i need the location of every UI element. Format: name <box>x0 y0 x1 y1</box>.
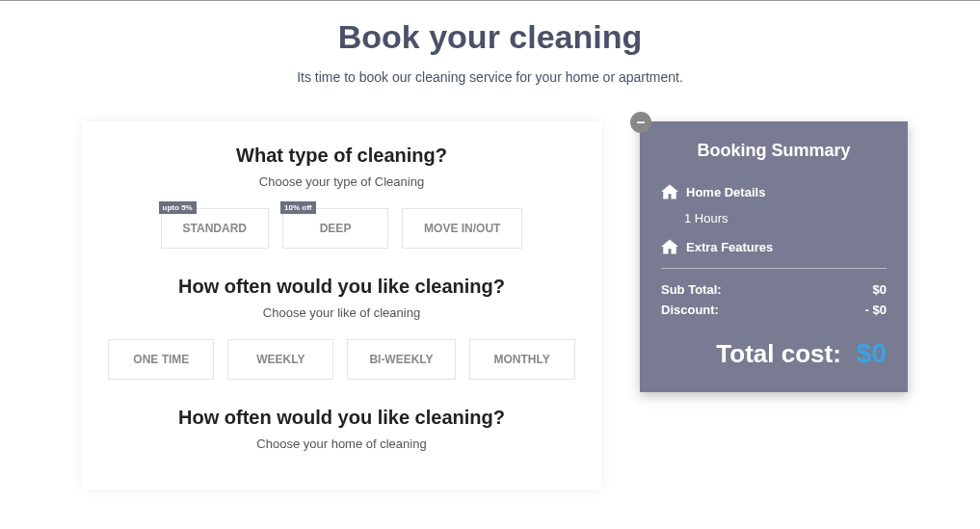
option-label: BI-WEEKLY <box>369 353 433 366</box>
page-subtitle: Its time to book our cleaning service fo… <box>0 69 980 85</box>
home-details-line: Home Details <box>661 184 887 199</box>
summary-toggle[interactable]: – <box>630 112 651 133</box>
section-heading: How often would you like cleaning? <box>101 276 582 298</box>
form-column: What type of cleaning? Choose your type … <box>82 121 601 489</box>
section-frequency: How often would you like cleaning? Choos… <box>101 276 582 380</box>
section-home: How often would you like cleaning? Choos… <box>101 407 582 451</box>
option-weekly[interactable]: WEEKLY <box>227 339 333 380</box>
option-biweekly[interactable]: BI-WEEKLY <box>347 339 455 380</box>
summary-divider <box>661 268 887 269</box>
option-label: STANDARD <box>183 222 247 235</box>
option-monthly[interactable]: MONTHLY <box>469 339 575 380</box>
extra-features-label: Extra Features <box>686 240 773 254</box>
home-details-label: Home Details <box>686 185 765 199</box>
section-sub: Choose your like of cleaning <box>101 305 582 320</box>
extra-features-line: Extra Features <box>661 239 887 254</box>
home-icon <box>661 184 678 199</box>
total-row: Total cost: $0 <box>661 338 887 369</box>
option-one-time[interactable]: ONE TIME <box>108 339 214 380</box>
section-sub: Choose your type of Cleaning <box>101 174 582 189</box>
badge-standard: upto 5% <box>159 201 197 214</box>
discount-label: Discount: <box>661 303 719 317</box>
subtotal-row: Sub Total: $0 <box>661 282 887 297</box>
option-row-type: upto 5% STANDARD 10% off DEEP MOVE IN/OU… <box>101 208 582 249</box>
booking-summary: Booking Summary Home Details 1 Hours Ext… <box>640 121 908 392</box>
option-label: MOVE IN/OUT <box>424 222 500 235</box>
total-label: Total cost: <box>716 339 841 369</box>
summary-wrapper: – Booking Summary Home Details 1 Hours E… <box>640 121 908 392</box>
option-label: WEEKLY <box>256 353 305 366</box>
page-header: Book your cleaning Its time to book our … <box>0 1 980 93</box>
section-cleaning-type: What type of cleaning? Choose your type … <box>101 145 582 249</box>
page-title: Book your cleaning <box>0 18 980 56</box>
section-heading: What type of cleaning? <box>101 145 582 167</box>
discount-value: - $0 <box>865 303 887 317</box>
total-value: $0 <box>857 338 887 369</box>
home-icon <box>661 239 678 254</box>
subtotal-value: $0 <box>873 282 887 297</box>
hours-value: 1 Hours <box>661 211 887 225</box>
discount-row: Discount: - $0 <box>661 303 887 317</box>
badge-deep: 10% off <box>280 201 315 214</box>
summary-title: Booking Summary <box>661 141 887 161</box>
section-sub: Choose your home of cleaning <box>101 436 582 451</box>
section-heading: How often would you like cleaning? <box>101 407 582 429</box>
option-move[interactable]: MOVE IN/OUT <box>402 208 522 249</box>
option-label: MONTHLY <box>493 353 549 366</box>
option-standard[interactable]: upto 5% STANDARD <box>161 208 269 249</box>
main-container: What type of cleaning? Choose your type … <box>0 93 980 489</box>
option-deep[interactable]: 10% off DEEP <box>282 208 388 249</box>
subtotal-label: Sub Total: <box>661 282 722 297</box>
option-row-frequency: ONE TIME WEEKLY BI-WEEKLY MONTHLY <box>101 339 582 380</box>
minus-icon: – <box>637 114 646 131</box>
option-label: ONE TIME <box>133 353 189 366</box>
option-label: DEEP <box>320 222 352 235</box>
